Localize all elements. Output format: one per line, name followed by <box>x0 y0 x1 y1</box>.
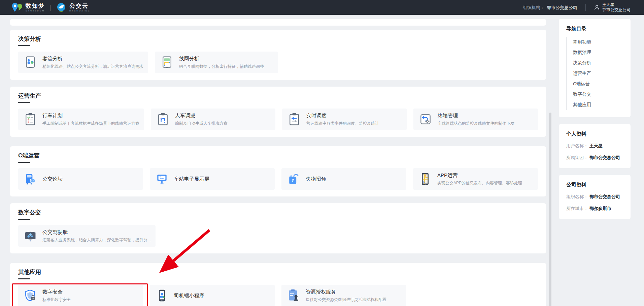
vertical-scrollbar-thumb[interactable] <box>549 113 551 306</box>
card-title: APP运营 <box>437 172 522 179</box>
card-lost-and-found[interactable]: ? 失物招领 <box>281 168 406 190</box>
section-title: C端运营 <box>18 152 538 159</box>
vehicle-crew-dispatch-icon <box>156 112 170 127</box>
section-c-end-operations: C端运营 <box>10 146 546 196</box>
resource-authorization-icon <box>286 288 301 303</box>
section-title-underline <box>18 219 30 220</box>
sidebar-item-c-end-operations[interactable]: C端运营 <box>573 79 623 89</box>
card-desc: 手工编制或基于客流数据生成多场景下的线路营运方案 <box>42 121 139 126</box>
top-bar: 数知梦 DTWISDOM | 公交云 DTCHUXING 组织机构： 鄂市公交总… <box>0 0 644 15</box>
card-title: 行车计划 <box>42 113 139 119</box>
dtchuxing-logo-icon <box>56 2 67 13</box>
terminal-management-icon <box>418 112 433 127</box>
passenger-flow-icon <box>23 55 38 70</box>
sidebar-item-decision-analysis[interactable]: 决策分析 <box>573 58 623 68</box>
personal-profile-title: 个人资料 <box>566 131 623 137</box>
driver-miniapp-icon <box>155 288 169 303</box>
card-bus-forum[interactable]: 公交论坛 <box>18 168 143 190</box>
org-label: 组织机构： <box>523 5 545 10</box>
header-divider <box>585 4 586 11</box>
card-title: 数字安全 <box>42 289 71 295</box>
info-label: 组织名称： <box>566 194 588 200</box>
sidebar-item-digital-bus[interactable]: 数字公交 <box>573 89 623 99</box>
card-app-operation[interactable]: APP运营 实现公交APP的信息发布、内容管理、客诉处理 <box>413 168 538 190</box>
card-title: 终端管理 <box>438 113 514 119</box>
card-title: 司机端小程序 <box>174 293 204 299</box>
org-value[interactable]: 鄂市公交总公司 <box>547 5 577 10</box>
card-title: 客流分析 <box>42 56 143 62</box>
svg-text:?: ? <box>292 178 294 183</box>
user-company: 鄂市公交总公司 <box>602 7 631 12</box>
info-value: 鄂尔多斯市 <box>589 206 611 212</box>
sidebar-item-operations-production[interactable]: 运营生产 <box>573 68 623 79</box>
digital-security-icon <box>23 288 38 303</box>
section-title-underline <box>18 102 30 103</box>
brand1-sub: DTWISDOM <box>26 10 45 12</box>
section-title: 运营生产 <box>18 93 538 99</box>
info-label: 所在城市： <box>566 206 588 212</box>
card-title: 人车调派 <box>175 113 228 119</box>
card-desc: 营运线路中各类事件的调度、监控及统计 <box>306 121 379 126</box>
section-title: 决策分析 <box>18 36 538 42</box>
card-desc: 融合互联网数据，分析出行特征，辅助线路调整 <box>179 64 264 69</box>
user-name: 王天星 <box>602 2 631 7</box>
main-content: 决策分析 客流分析 <box>10 19 546 306</box>
info-label: 用户名称： <box>566 143 588 149</box>
card-resource-authorization[interactable]: 资源授权服务 提供对公交资源类数据进行灵活地授权和配置 <box>281 285 406 306</box>
card-desc: 标准化数字安全 <box>42 297 71 303</box>
profile-row-username: 用户名称： 王天星 <box>566 143 623 149</box>
card-realtime-dispatch[interactable]: 实时调度 营运线路中各类事件的调度、监控及统计 <box>282 109 407 130</box>
network-analysis-icon <box>160 55 174 70</box>
sidebar-item-data-governance[interactable]: 数据治理 <box>573 47 623 58</box>
card-station-display[interactable]: 车站电子显示屏 <box>150 168 275 190</box>
realtime-dispatch-icon <box>287 112 302 127</box>
personal-profile-panel: 个人资料 用户名称： 王天星 所属集团： 鄂市公交总公司 <box>559 124 631 168</box>
dtwisdom-logo: 数知梦 DTWISDOM <box>11 2 45 12</box>
sidebar-item-other-apps[interactable]: 其他应用 <box>573 99 623 110</box>
info-value: 鄂市公交总公司 <box>589 155 620 161</box>
driving-plan-icon <box>23 112 38 127</box>
bus-forum-icon <box>23 172 38 186</box>
card-bus-cockpit[interactable]: 公交驾驶舱 汇聚各大业务系统，结合大脑算力，深化数字驾驶，提升分... <box>18 225 156 247</box>
user-icon <box>594 4 600 10</box>
nav-directory-list: 常用功能 数据治理 决策分析 运营生产 C端运营 数字公交 其他应用 <box>566 37 623 110</box>
scrolled-section-remnant <box>10 19 546 26</box>
brand1-name: 数知梦 <box>26 3 45 9</box>
card-desc: 汇聚各大业务系统，结合大脑算力，深化数字驾驶，提升分... <box>42 237 151 243</box>
section-title-underline <box>18 45 30 46</box>
section-title: 数字公交 <box>18 209 538 216</box>
card-vehicle-crew-dispatch[interactable]: 人车调派 编制及自动生成人车排班方案 <box>151 109 275 130</box>
card-desc: 车载终端状态的监控及线路文件的制作下发 <box>438 121 514 126</box>
card-title: 线网分析 <box>179 56 264 62</box>
card-title: 车站电子显示屏 <box>174 176 209 182</box>
section-other-apps: 其他应用 数字安全 <box>10 263 546 306</box>
section-digital-bus: 数字公交 公交驾驶舱 汇聚各大业务系统 <box>10 203 546 253</box>
card-title: 公交论坛 <box>42 176 63 182</box>
lost-and-found-icon: ? <box>286 172 301 186</box>
profile-row-group: 所属集团： 鄂市公交总公司 <box>566 155 623 161</box>
card-digital-security[interactable]: 数字安全 标准化数字安全 <box>18 285 143 306</box>
card-terminal-management[interactable]: 终端管理 车载终端状态的监控及线路文件的制作下发 <box>413 109 538 130</box>
dtchuxing-logo: 公交云 DTCHUXING <box>56 2 91 13</box>
card-driver-miniapp[interactable]: 司机端小程序 <box>150 285 275 306</box>
user-menu[interactable]: 王天星 鄂市公交总公司 <box>594 2 631 12</box>
section-title-underline <box>18 278 30 279</box>
card-desc: 精细化线路、站点公交客流分析，满足运营客流查询需求 <box>42 64 143 69</box>
card-title: 公交驾驶舱 <box>42 229 151 236</box>
card-network-analysis[interactable]: 线网分析 融合互联网数据，分析出行特征，辅助线路调整 <box>155 52 278 73</box>
info-label: 所属集团： <box>566 155 588 161</box>
card-driving-plan[interactable]: 行车计划 手工编制或基于客流数据生成多场景下的线路营运方案 <box>18 109 144 130</box>
section-decision-analysis: 决策分析 客流分析 <box>10 30 546 80</box>
company-profile-title: 公司资料 <box>566 182 623 188</box>
section-title: 其他应用 <box>18 269 538 276</box>
card-passenger-flow-analysis[interactable]: 客流分析 精细化线路、站点公交客流分析，满足运营客流查询需求 <box>18 52 148 73</box>
card-desc: 编制及自动生成人车排班方案 <box>175 121 228 126</box>
card-title: 实时调度 <box>306 113 379 119</box>
section-title-underline <box>18 162 30 163</box>
info-value: 王天星 <box>589 143 603 149</box>
bus-cockpit-icon <box>23 228 38 243</box>
brand-separator: | <box>49 4 51 11</box>
sidebar-item-common-functions[interactable]: 常用功能 <box>573 37 623 47</box>
station-display-icon <box>155 172 169 186</box>
info-value: 鄂市公交总公司 <box>589 194 620 200</box>
